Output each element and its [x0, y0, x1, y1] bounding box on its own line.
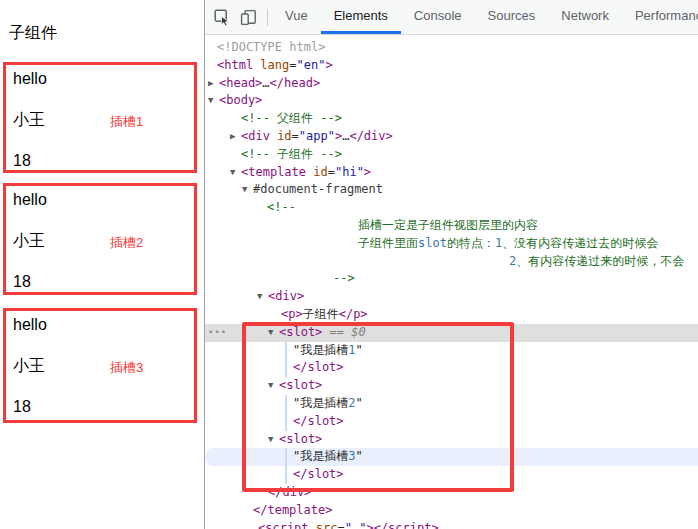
tree-row[interactable]: <script src="…"></script> — [205, 520, 698, 529]
screenshot-root: 子组件 hello小王18插槽1hello小王18插槽2hello小王18插槽3… — [0, 0, 698, 529]
expand-arrow-right-icon[interactable]: ▶ — [208, 75, 213, 93]
tree-row[interactable]: "我是插槽2" — [205, 395, 698, 413]
demo-text: 18 — [13, 398, 31, 416]
demo-text: hello — [13, 70, 47, 88]
tab-performance[interactable]: Performance — [622, 0, 698, 34]
expand-arrow-down-icon[interactable]: ▼ — [257, 288, 262, 306]
devtools-tabs: VueElementsConsoleSourcesNetworkPerforma… — [272, 0, 698, 34]
tree-row[interactable]: </template> — [205, 502, 698, 520]
elements-tree: <!DOCTYPE html><html lang="en">▶<head>…<… — [205, 35, 698, 529]
tree-row[interactable]: </slot> — [205, 413, 698, 431]
tree-row[interactable]: "我是插槽3" — [205, 448, 698, 466]
tree-row[interactable]: ▼<div> — [205, 288, 698, 306]
tree-row[interactable]: </div> — [205, 484, 698, 502]
tree-row[interactable]: ▼<slot> — [205, 377, 698, 395]
expand-arrow-down-icon[interactable]: ▼ — [208, 92, 213, 110]
devtools-panel: VueElementsConsoleSourcesNetworkPerforma… — [204, 0, 698, 529]
tree-row[interactable]: <!DOCTYPE html> — [205, 39, 698, 57]
tree-row[interactable]: ▼<body> — [205, 92, 698, 110]
demo-box: hello小王18插槽2 — [3, 183, 197, 295]
tree-row[interactable]: <html lang="en"> — [205, 57, 698, 75]
inspect-icon[interactable] — [214, 9, 231, 26]
tab-sources[interactable]: Sources — [475, 0, 549, 34]
tree-row[interactable]: </slot> — [205, 359, 698, 377]
tree-row[interactable]: <p>子组件</p> — [205, 306, 698, 324]
demo-box: hello小王18插槽1 — [3, 62, 197, 173]
expand-arrow-down-icon[interactable]: ▼ — [230, 164, 235, 182]
rendered-page: 子组件 hello小王18插槽1hello小王18插槽2hello小王18插槽3 — [0, 0, 204, 529]
tab-console[interactable]: Console — [401, 0, 475, 34]
demo-text: hello — [13, 191, 47, 209]
tree-row[interactable]: ▶<head>…</head> — [205, 75, 698, 93]
devtools-toolbar: VueElementsConsoleSourcesNetworkPerforma… — [205, 0, 698, 35]
tree-row[interactable]: 2、有内容传递过来的时候，不会 — [205, 253, 698, 271]
tree-row[interactable]: ▼<template id="hi"> — [205, 164, 698, 182]
tree-row[interactable]: ▶<div id="app">…</div> — [205, 128, 698, 146]
tree-row[interactable]: <!-- 子组件 --> — [205, 146, 698, 164]
tab-network[interactable]: Network — [548, 0, 622, 34]
tree-row[interactable]: --> — [205, 270, 698, 288]
demo-text: hello — [13, 316, 47, 334]
tree-row[interactable]: 插槽一定是子组件视图层里的内容 — [205, 217, 698, 235]
device-toolbar-icon[interactable] — [240, 9, 257, 26]
demo-text: 小王 — [13, 232, 45, 250]
tree-row[interactable]: ▼#document-fragment — [205, 181, 698, 199]
tree-row[interactable]: <!-- 父组件 --> — [205, 110, 698, 128]
tab-vue[interactable]: Vue — [272, 0, 321, 34]
row-menu-dots[interactable]: ••• — [208, 324, 227, 342]
demo-text: 小王 — [13, 111, 45, 129]
slot-annotation-label: 插槽2 — [110, 234, 143, 252]
tab-elements[interactable]: Elements — [321, 0, 401, 34]
slot-annotation-label: 插槽1 — [110, 113, 143, 131]
demo-box: hello小王18插槽3 — [3, 308, 197, 423]
tree-row[interactable]: •••▼<slot> == $0 — [205, 324, 698, 342]
page-title: 子组件 — [9, 23, 57, 44]
expand-arrow-right-icon[interactable]: ▶ — [230, 128, 235, 146]
demo-text: 小王 — [13, 357, 45, 375]
expand-arrow-down-icon[interactable]: ▼ — [268, 377, 273, 395]
demo-text: 18 — [13, 273, 31, 291]
tree-row[interactable]: ▼<slot> — [205, 431, 698, 449]
toolbar-separator — [267, 9, 268, 26]
slot-annotation-label: 插槽3 — [110, 359, 143, 377]
tree-row[interactable]: </slot> — [205, 466, 698, 484]
tree-row[interactable]: 子组件里面slot的特点：1、没有内容传递过去的时候会 — [205, 235, 698, 253]
expand-arrow-down-icon[interactable]: ▼ — [268, 324, 273, 342]
demo-text: 18 — [13, 152, 31, 170]
tree-row[interactable]: <!-- — [205, 199, 698, 217]
expand-arrow-down-icon[interactable]: ▼ — [268, 431, 273, 449]
tree-row[interactable]: "我是插槽1" — [205, 342, 698, 360]
expand-arrow-down-icon[interactable]: ▼ — [242, 181, 247, 199]
